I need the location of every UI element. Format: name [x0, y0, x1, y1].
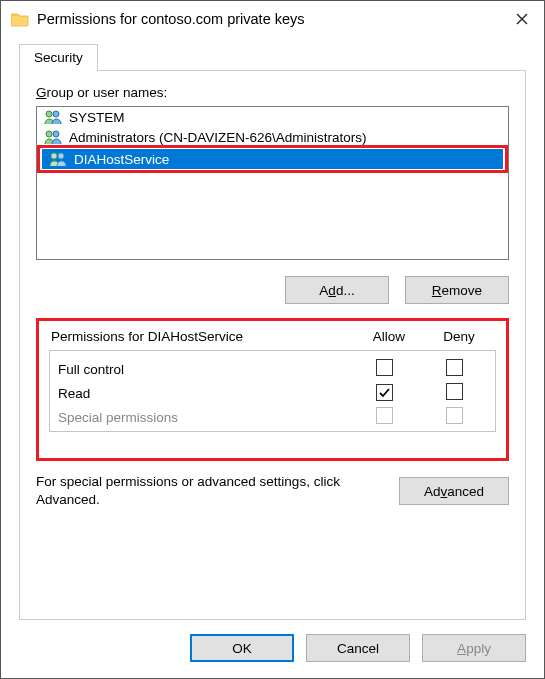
group-icon	[48, 151, 68, 167]
perm-row-special: Special permissions	[58, 405, 489, 429]
principals-list[interactable]: SYSTEM Administrators (CN-DAVIZEN-626\Ad…	[36, 106, 509, 260]
permissions-highlight-box: Permissions for DIAHostService Allow Den…	[36, 318, 509, 461]
ok-button[interactable]: OK	[190, 634, 294, 662]
checkbox-allow[interactable]	[376, 359, 393, 376]
list-item[interactable]: SYSTEM	[37, 107, 508, 127]
perm-name: Special permissions	[58, 410, 349, 425]
group-icon	[43, 129, 63, 145]
tab-security[interactable]: Security	[19, 44, 98, 71]
principal-buttons: Add... Remove	[36, 276, 509, 304]
dialog-buttons: OK Cancel Apply	[1, 620, 544, 678]
perm-name: Full control	[58, 362, 349, 377]
permissions-grid: Permissions for DIAHostService Allow Den…	[49, 329, 496, 432]
apply-button[interactable]: Apply	[422, 634, 526, 662]
cancel-button[interactable]: Cancel	[306, 634, 410, 662]
svg-point-0	[46, 111, 52, 117]
advanced-row: For special permissions or advanced sett…	[36, 473, 509, 509]
perm-row-read: Read	[58, 381, 489, 405]
checkbox-deny[interactable]	[446, 383, 463, 400]
perm-row-full-control: Full control	[58, 357, 489, 381]
dialog-content: Security Group or user names: SYSTEM Adm…	[1, 37, 544, 620]
list-item[interactable]: Administrators (CN-DAVIZEN-626\Administr…	[37, 127, 508, 147]
list-item-label: Administrators (CN-DAVIZEN-626\Administr…	[69, 130, 367, 145]
tab-strip: Security	[19, 43, 526, 71]
remove-button[interactable]: Remove	[405, 276, 509, 304]
window-title: Permissions for contoso.com private keys	[37, 11, 500, 27]
list-item[interactable]: DIAHostService	[42, 149, 503, 169]
svg-point-4	[51, 153, 57, 159]
permissions-for-label: Permissions for DIAHostService	[51, 329, 354, 344]
add-button[interactable]: Add...	[285, 276, 389, 304]
list-item-label: DIAHostService	[74, 152, 169, 167]
svg-point-3	[53, 131, 59, 137]
advanced-hint-text: For special permissions or advanced sett…	[36, 473, 389, 509]
folder-icon	[11, 11, 29, 27]
svg-point-5	[58, 153, 64, 159]
tab-body-security: Group or user names: SYSTEM Administrato…	[19, 71, 526, 620]
deny-header: Deny	[424, 329, 494, 344]
close-button[interactable]	[500, 2, 544, 36]
svg-point-2	[46, 131, 52, 137]
advanced-button[interactable]: Advanced	[399, 477, 509, 505]
titlebar: Permissions for contoso.com private keys	[1, 1, 544, 37]
permissions-header: Permissions for DIAHostService Allow Den…	[49, 329, 496, 350]
permissions-items: Full control Read Special pe	[49, 350, 496, 432]
selection-highlight-box: DIAHostService	[37, 145, 508, 173]
allow-header: Allow	[354, 329, 424, 344]
perm-name: Read	[58, 386, 349, 401]
svg-point-1	[53, 111, 59, 117]
checkbox-allow	[376, 407, 393, 424]
checkbox-deny[interactable]	[446, 359, 463, 376]
group-icon	[43, 109, 63, 125]
checkbox-allow[interactable]	[376, 384, 393, 401]
list-item-label: SYSTEM	[69, 110, 125, 125]
permissions-dialog: Permissions for contoso.com private keys…	[0, 0, 545, 679]
checkbox-deny	[446, 407, 463, 424]
group-users-label: Group or user names:	[36, 85, 509, 100]
